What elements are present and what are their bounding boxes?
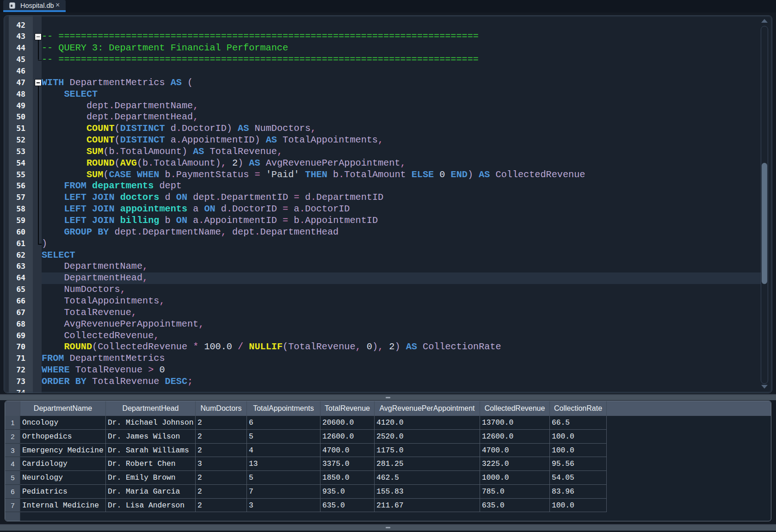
row-number[interactable]: 3 [5,444,20,458]
code-line[interactable]: GROUP BY dept.DepartmentName, dept.Depar… [42,227,339,238]
table-cell[interactable]: 4700.0 [480,444,550,458]
code-line[interactable]: SUM(CASE WHEN b.PaymentStatus = 'Paid' T… [42,169,585,181]
code-line[interactable]: ROUND(AVG(b.TotalAmount), 2) AS AvgReven… [42,158,406,169]
code-line[interactable]: DepartmentName, [42,261,148,272]
table-cell[interactable]: 5 [247,471,320,485]
table-cell[interactable]: 211.67 [375,499,480,513]
code-line[interactable]: FROM DepartmentMetrics [42,353,165,365]
table-cell[interactable]: Orthopedics [20,430,106,444]
code-line[interactable]: FROM departments dept [42,180,182,192]
code-line[interactable]: -- =====================================… [42,54,479,66]
table-cell[interactable]: 100.0 [550,499,607,513]
table-cell[interactable]: Dr. Emily Brown [106,471,196,485]
table-cell[interactable]: 2 [196,430,247,444]
code-line[interactable]: ) [42,238,47,250]
table-cell[interactable]: 95.56 [550,457,607,471]
table-cell[interactable]: 12600.0 [320,430,375,444]
table-cell[interactable]: 935.0 [320,485,375,499]
table-cell[interactable]: 20600.0 [320,416,375,430]
table-cell[interactable]: 2 [196,471,247,485]
table-cell[interactable]: Internal Medicine [20,499,106,513]
table-cell[interactable]: 281.25 [375,457,480,471]
code-line[interactable]: DepartmentHead, [42,272,148,284]
sql-editor[interactable]: 4243444546474849505152535455565758596061… [4,15,772,393]
code-line[interactable]: COUNT(DISTINCT d.DoctorID) AS NumDoctors… [42,123,316,135]
table-cell[interactable]: 5 [247,430,320,444]
column-header-DepartmentHead[interactable]: DepartmentHead [106,401,196,416]
code-line[interactable]: NumDoctors, [42,284,126,296]
column-header-TotalRevenue[interactable]: TotalRevenue [320,401,375,416]
splitter-bottom[interactable] [0,524,776,531]
code-line[interactable]: COUNT(DISTINCT a.AppointmentID) AS Total… [42,135,383,146]
results-grid[interactable]: DepartmentNameDepartmentHeadNumDoctorsTo… [5,401,771,521]
table-cell[interactable]: 13700.0 [480,416,550,430]
table-cell[interactable]: 1175.0 [375,444,480,458]
code-line[interactable]: ORDER BY TotalRevenue DESC; [42,376,193,388]
code-line[interactable]: LEFT JOIN doctors d ON dept.DepartmentID… [42,192,383,204]
table-cell[interactable]: 2 [196,416,247,430]
fold-marker-collapse[interactable] [35,79,42,86]
fold-marker-collapse[interactable] [35,33,42,40]
table-cell[interactable]: 54.05 [550,471,607,485]
table-cell[interactable]: 100.0 [550,444,607,458]
row-number[interactable]: 4 [5,457,20,471]
table-cell[interactable]: 2 [196,444,247,458]
splitter-editor-results[interactable] [0,394,776,400]
column-header-AvgRevenuePerAppointment[interactable]: AvgRevenuePerAppointment [375,401,480,416]
row-number[interactable]: 1 [5,416,20,430]
code-line[interactable]: -- =====================================… [42,31,479,43]
code-line[interactable]: AvgRevenuePerAppointment, [42,319,204,330]
row-number[interactable]: 7 [5,499,20,513]
table-cell[interactable]: 3375.0 [320,457,375,471]
table-cell[interactable]: 4120.0 [375,416,480,430]
row-number[interactable]: 6 [5,485,20,499]
column-header-NumDoctors[interactable]: NumDoctors [196,401,247,416]
table-cell[interactable]: 2 [196,485,247,499]
column-header-TotalAppointments[interactable]: TotalAppointments [247,401,320,416]
code-line[interactable]: dept.DepartmentHead, [42,111,198,123]
code-folding-column[interactable] [33,16,42,393]
table-cell[interactable]: Cardiology [20,457,106,471]
column-header-CollectedRevenue[interactable]: CollectedRevenue [480,401,550,416]
row-number[interactable]: 2 [5,430,20,444]
code-line[interactable]: SELECT [42,250,75,261]
code-line[interactable]: WHERE TotalRevenue > 0 [42,365,165,376]
table-cell[interactable]: 100.0 [550,430,607,444]
table-cell[interactable]: 785.0 [480,485,550,499]
tab-close-icon[interactable]: × [55,1,60,9]
table-cell[interactable]: 4 [247,444,320,458]
code-line[interactable]: -- QUERY 3: Department Financial Perform… [42,43,288,54]
table-cell[interactable]: 4700.0 [320,444,375,458]
code-line[interactable]: TotalAppointments, [42,296,165,307]
header-corner[interactable] [5,401,20,416]
column-header-CollectionRate[interactable]: CollectionRate [550,401,607,416]
table-cell[interactable]: 1850.0 [320,471,375,485]
table-cell[interactable]: Neurology [20,471,106,485]
table-cell[interactable]: 83.96 [550,485,607,499]
table-cell[interactable]: Oncology [20,416,106,430]
table-cell[interactable]: Emergency Medicine [20,444,106,458]
code-line[interactable]: CollectedRevenue, [42,330,159,342]
table-cell[interactable]: Pediatrics [20,485,106,499]
table-cell[interactable]: 2 [196,499,247,513]
table-cell[interactable]: 13 [247,457,320,471]
code-line[interactable]: SELECT [42,89,98,100]
code-line[interactable]: TotalRevenue, [42,307,137,319]
scrollbar-down-arrow[interactable] [761,385,768,389]
editor-scrollbar-thumb[interactable] [762,163,767,284]
code-line[interactable]: WITH DepartmentMetrics AS ( [42,77,193,89]
table-cell[interactable]: 3 [196,457,247,471]
table-cell[interactable]: 635.0 [320,499,375,513]
table-cell[interactable]: Dr. James Wilson [106,430,196,444]
row-number[interactable]: 5 [5,471,20,485]
code-line[interactable]: dept.DepartmentName, [42,100,198,112]
table-cell[interactable]: Dr. Maria Garcia [106,485,196,499]
table-cell[interactable]: 6 [247,416,320,430]
table-cell[interactable]: 1000.0 [480,471,550,485]
table-cell[interactable]: 462.5 [375,471,480,485]
code-line[interactable]: SUM(b.TotalAmount) AS TotalRevenue, [42,146,283,158]
table-cell[interactable]: Dr. Michael Johnson [106,416,196,430]
table-cell[interactable]: 66.5 [550,416,607,430]
table-cell[interactable]: 635.0 [480,499,550,513]
tab-hospital-db[interactable]: Hospital.db × [3,0,66,12]
